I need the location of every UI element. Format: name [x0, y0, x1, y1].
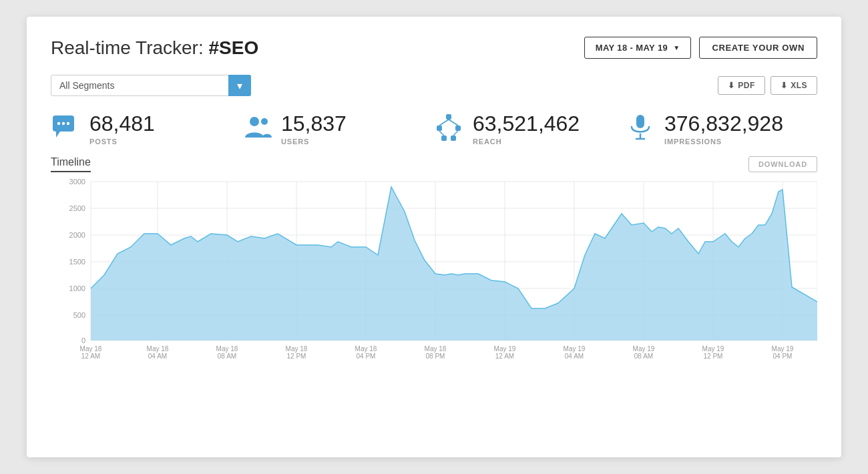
impressions-label: IMPRESSIONS [664, 138, 783, 146]
reach-value: 63,521,462 [473, 112, 580, 136]
timeline-title: Timeline [51, 156, 91, 172]
svg-point-2 [57, 122, 60, 125]
svg-line-15 [453, 131, 458, 136]
toolbar: All Segments Segment 1 Segment 2 ⬇ PDF ⬇… [51, 75, 817, 96]
svg-text:04 AM: 04 AM [565, 352, 584, 360]
svg-text:08 AM: 08 AM [634, 352, 653, 360]
svg-text:May 18: May 18 [147, 345, 169, 352]
posts-value: 68,481 [89, 112, 155, 136]
export-buttons: ⬇ PDF ⬇ XLS [718, 76, 817, 95]
svg-text:2000: 2000 [69, 231, 85, 239]
users-label: USERS [281, 138, 347, 146]
svg-text:08 AM: 08 AM [218, 352, 236, 360]
timeline-chart: 3000 2500 2000 1500 1000 500 0 May 18 [51, 175, 817, 369]
svg-rect-10 [441, 136, 447, 141]
svg-text:04 PM: 04 PM [357, 352, 376, 360]
svg-point-5 [250, 117, 259, 126]
svg-line-13 [449, 120, 458, 126]
date-range-button[interactable]: MAY 18 - MAY 19 ▼ [584, 37, 692, 59]
svg-text:04 PM: 04 PM [773, 352, 793, 360]
svg-rect-16 [636, 115, 644, 128]
svg-point-6 [261, 118, 268, 125]
svg-point-4 [67, 122, 69, 125]
chart-container: 3000 2500 2000 1500 1000 500 0 May 18 [51, 175, 817, 369]
metrics-row: 68,481 POSTS 15,837 USERS [51, 112, 817, 146]
metric-reach-data: 63,521,462 REACH [473, 112, 580, 145]
timeline-header: Timeline DOWNLOAD [51, 156, 817, 172]
svg-text:3000: 3000 [69, 178, 85, 186]
svg-text:May 18: May 18 [286, 345, 308, 352]
timeline-section: Timeline DOWNLOAD [51, 156, 817, 369]
svg-text:1000: 1000 [69, 284, 85, 292]
svg-text:May 19: May 19 [494, 345, 516, 352]
svg-line-14 [439, 131, 444, 136]
svg-text:May 18: May 18 [216, 345, 238, 352]
svg-marker-1 [56, 132, 60, 138]
svg-text:12 PM: 12 PM [287, 352, 306, 360]
svg-rect-9 [455, 126, 461, 131]
main-card: Real-time Tracker: #SEO MAY 18 - MAY 19 … [27, 17, 841, 457]
svg-text:1500: 1500 [69, 258, 85, 266]
svg-text:May 19: May 19 [702, 345, 724, 352]
mic-icon [626, 112, 655, 146]
svg-text:04 AM: 04 AM [148, 352, 167, 360]
svg-text:500: 500 [73, 311, 85, 319]
svg-text:2500: 2500 [69, 204, 85, 212]
page-header: Real-time Tracker: #SEO MAY 18 - MAY 19 … [51, 37, 817, 59]
reach-label: REACH [473, 138, 580, 146]
download-icon-xls: ⬇ [781, 81, 787, 90]
metric-impressions-data: 376,832,928 IMPRESSIONS [664, 112, 783, 145]
svg-line-12 [439, 120, 449, 126]
svg-text:May 19: May 19 [564, 345, 586, 352]
pdf-export-button[interactable]: ⬇ PDF [718, 76, 765, 95]
impressions-value: 376,832,928 [664, 112, 783, 136]
metric-impressions: 376,832,928 IMPRESSIONS [626, 112, 817, 146]
svg-text:May 18: May 18 [80, 345, 102, 352]
page-title: Real-time Tracker: #SEO [51, 37, 258, 59]
download-button[interactable]: DOWNLOAD [748, 156, 817, 172]
svg-text:08 PM: 08 PM [426, 352, 445, 360]
users-value: 15,837 [281, 112, 347, 136]
svg-point-3 [62, 122, 65, 125]
create-own-button[interactable]: CREATE YOUR OWN [699, 37, 817, 59]
metric-users-data: 15,837 USERS [281, 112, 347, 145]
metric-posts: 68,481 POSTS [51, 112, 242, 146]
segment-select[interactable]: All Segments Segment 1 Segment 2 [51, 75, 251, 96]
metric-posts-data: 68,481 POSTS [89, 112, 155, 145]
svg-text:12 AM: 12 AM [81, 352, 100, 360]
network-icon [434, 112, 463, 146]
xls-export-button[interactable]: ⬇ XLS [771, 76, 817, 95]
header-actions: MAY 18 - MAY 19 ▼ CREATE YOUR OWN [584, 37, 817, 59]
users-icon [242, 112, 272, 146]
metric-reach: 63,521,462 REACH [434, 112, 626, 146]
chevron-down-icon: ▼ [673, 44, 680, 51]
chat-icon [51, 112, 80, 146]
svg-rect-7 [446, 114, 451, 120]
svg-text:May 19: May 19 [633, 345, 655, 352]
posts-label: POSTS [89, 138, 155, 146]
svg-rect-11 [451, 136, 456, 141]
svg-text:May 19: May 19 [772, 345, 794, 352]
download-icon-pdf: ⬇ [728, 81, 734, 90]
svg-text:12 AM: 12 AM [495, 352, 514, 360]
svg-text:May 18: May 18 [355, 345, 377, 352]
date-range-label: MAY 18 - MAY 19 [596, 43, 668, 53]
svg-text:0: 0 [81, 336, 85, 344]
segment-select-wrapper: All Segments Segment 1 Segment 2 [51, 75, 251, 96]
svg-rect-8 [437, 126, 442, 131]
svg-text:May 18: May 18 [425, 345, 447, 352]
svg-text:12 PM: 12 PM [704, 352, 723, 360]
metric-users: 15,837 USERS [242, 112, 434, 146]
